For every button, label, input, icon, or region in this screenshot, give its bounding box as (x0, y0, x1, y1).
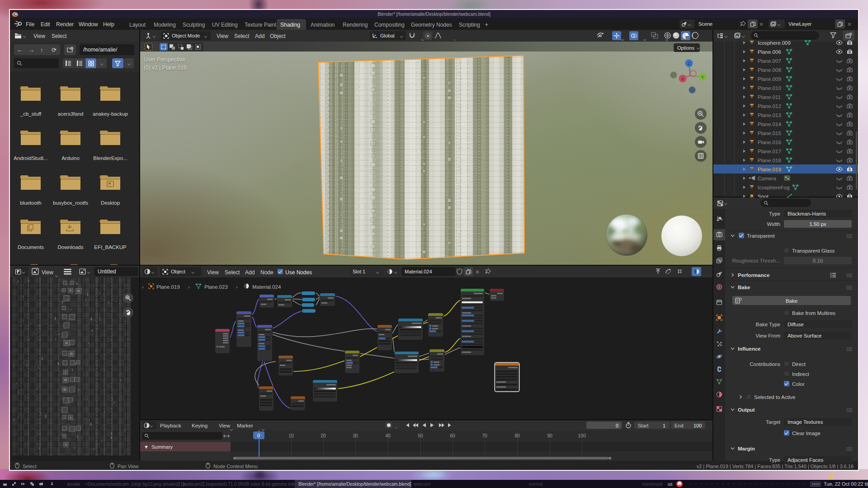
svg-text:Z: Z (688, 61, 690, 66)
svg-text:X: X (681, 77, 684, 81)
svg-text:Y: Y (701, 75, 704, 80)
